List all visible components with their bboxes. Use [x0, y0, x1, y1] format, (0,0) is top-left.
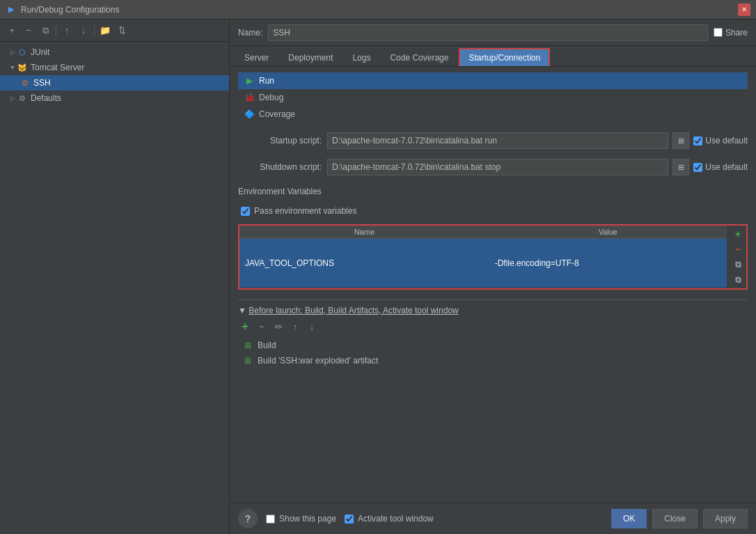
close-window-button[interactable]: ✕	[738, 3, 750, 16]
tomcat-icon: 🐱	[17, 62, 28, 73]
startup-input[interactable]	[327, 132, 668, 149]
right-panel: Name: Share Server Deployment Logs Code …	[230, 19, 756, 534]
env-table-value-header: Value	[489, 226, 727, 239]
ssh-icon: ⚙	[19, 77, 31, 88]
before-launch-toolbar: + − ✏ ↑ ↓	[238, 320, 748, 333]
env-value-cell: -Dfile.encoding=UTF-8	[489, 239, 727, 288]
left-toolbar: + − ⧉ ↑ ↓ 📁 ⇅	[0, 19, 229, 42]
pass-env-vars-label: Pass environment variables	[254, 206, 356, 216]
startup-browse-button[interactable]: ⊞	[672, 132, 689, 149]
show-page-label: Show this page	[279, 514, 336, 524]
env-vars-section-title: Environment Variables	[238, 187, 748, 196]
name-input[interactable]	[268, 24, 708, 41]
env-paste-button[interactable]: ⧉	[731, 273, 745, 287]
title-bar-text: Run/Debug Configurations	[21, 5, 738, 15]
tab-startup-connection[interactable]: Startup/Connection	[459, 48, 550, 66]
shutdown-input-wrap: ⊞ Use default	[327, 159, 748, 175]
startup-label: Startup script:	[238, 136, 322, 146]
env-copy-button[interactable]: ⧉	[731, 258, 745, 272]
toolbar-separator	[56, 25, 56, 36]
tree-arrow-tomcat: ▼	[8, 63, 17, 72]
title-bar-controls: ✕	[738, 3, 750, 16]
launch-label-debug: Debug	[259, 93, 283, 102]
content-area: ▶ Run 🐞 Debug 🔷 Coverage Startup script:…	[230, 67, 756, 503]
coverage-icon: 🔷	[244, 109, 255, 120]
show-page-checkbox[interactable]	[266, 515, 275, 524]
bottom-bar: ? Show this page Activate tool window OK…	[230, 503, 756, 534]
env-table: Name Value JAVA_TOOL_OPTIONS -Dfile.enco…	[239, 226, 727, 288]
run-icon: ▶	[244, 75, 255, 86]
share-label: Share	[725, 28, 748, 38]
launch-item-run[interactable]: ▶ Run	[238, 72, 748, 89]
share-area: Share	[714, 28, 748, 38]
startup-use-default-checkbox[interactable]	[693, 136, 702, 146]
tree-item-ssh[interactable]: ⚙ SSH	[0, 75, 229, 91]
add-config-button[interactable]: +	[4, 23, 19, 38]
shutdown-browse-button[interactable]: ⊞	[672, 159, 689, 175]
before-launch-suffix: : Build, Build Artifacts, Activate tool …	[300, 306, 458, 315]
title-bar: ▶ Run/Debug Configurations ✕	[0, 0, 756, 19]
before-launch-item-artifact[interactable]: ⊞ Build 'SSH:war exploded' artifact	[238, 353, 748, 368]
launch-item-debug[interactable]: 🐞 Debug	[238, 89, 748, 106]
before-launch-title: ▼ Before launch: Build, Build Artifacts,…	[238, 306, 748, 315]
before-launch-item-build[interactable]: ⊞ Build	[238, 338, 748, 353]
shutdown-use-default-checkbox[interactable]	[693, 163, 702, 172]
tab-code-coverage[interactable]: Code Coverage	[381, 48, 457, 66]
tree-label-ssh: SSH	[33, 78, 51, 88]
show-page-area: Show this page	[266, 514, 336, 524]
build-icon: ⊞	[242, 340, 253, 351]
activate-window-area: Activate tool window	[345, 514, 434, 524]
launch-list: ▶ Run 🐞 Debug 🔷 Coverage	[238, 72, 748, 123]
shutdown-use-default: Use default	[693, 162, 748, 172]
bl-label-build: Build	[258, 340, 276, 350]
tree-label-junit: JUnit	[31, 47, 49, 57]
shutdown-label: Shutdown script:	[238, 162, 322, 172]
apply-button[interactable]: Apply	[703, 509, 748, 528]
tab-logs[interactable]: Logs	[343, 48, 379, 66]
env-remove-button[interactable]: −	[731, 242, 745, 256]
bl-edit-button[interactable]: ✏	[271, 320, 285, 333]
tab-server[interactable]: Server	[235, 48, 278, 66]
activate-window-checkbox[interactable]	[345, 515, 354, 524]
move-down-button[interactable]: ↓	[76, 23, 91, 38]
close-dialog-button[interactable]: Close	[652, 509, 698, 528]
before-launch-section: ▼ Before launch: Build, Build Artifacts,…	[238, 299, 748, 368]
tree-item-junit[interactable]: ▷ ⬡ JUnit	[0, 45, 229, 60]
startup-input-wrap: ⊞ Use default	[327, 132, 748, 149]
name-row: Name: Share	[230, 19, 756, 46]
env-name-cell: JAVA_TOOL_OPTIONS	[239, 239, 489, 288]
bl-add-button[interactable]: +	[238, 320, 252, 333]
tab-deployment[interactable]: Deployment	[279, 48, 342, 66]
tree-item-tomcat[interactable]: ▼ 🐱 Tomcat Server	[0, 60, 229, 75]
dialog-buttons: OK Close Apply	[611, 509, 748, 528]
launch-label-coverage: Coverage	[259, 109, 295, 119]
copy-config-button[interactable]: ⧉	[38, 23, 53, 38]
tabs-bar: Server Deployment Logs Code Coverage Sta…	[230, 46, 756, 67]
tree-arrow-defaults: ▷	[8, 94, 17, 102]
table-side-btns: + − ⧉ ⧉	[730, 226, 746, 288]
share-checkbox[interactable]	[714, 28, 723, 37]
pass-env-vars-checkbox[interactable]	[241, 207, 250, 216]
tree-item-defaults[interactable]: ▷ ⚙ Defaults	[0, 91, 229, 106]
shutdown-input[interactable]	[327, 159, 668, 175]
before-launch-underline: Before launch	[249, 306, 300, 315]
remove-config-button[interactable]: −	[21, 23, 36, 38]
help-button[interactable]: ?	[238, 509, 258, 528]
bl-up-button[interactable]: ↑	[288, 320, 302, 333]
launch-item-coverage[interactable]: 🔷 Coverage	[238, 106, 748, 123]
main-layout: + − ⧉ ↑ ↓ 📁 ⇅ ▷ ⬡ JUnit ▼ 🐱 Tom	[0, 19, 756, 534]
folder-button[interactable]: 📁	[97, 23, 113, 38]
junit-icon: ⬡	[17, 47, 28, 58]
move-up-button[interactable]: ↑	[59, 23, 74, 38]
ok-button[interactable]: OK	[611, 509, 647, 528]
tree-label-tomcat: Tomcat Server	[31, 63, 84, 72]
env-table-row[interactable]: JAVA_TOOL_OPTIONS -Dfile.encoding=UTF-8	[239, 239, 727, 288]
shutdown-script-row: Shutdown script: ⊞ Use default	[238, 159, 748, 175]
bl-remove-button[interactable]: −	[255, 320, 269, 333]
bl-down-button[interactable]: ↓	[305, 320, 319, 333]
activate-window-label: Activate tool window	[358, 514, 434, 524]
env-table-wrap: Name Value JAVA_TOOL_OPTIONS -Dfile.enco…	[238, 224, 748, 290]
sort-button[interactable]: ⇅	[114, 23, 129, 38]
env-add-button[interactable]: +	[731, 227, 745, 241]
env-table-name-header: Name	[239, 226, 489, 239]
